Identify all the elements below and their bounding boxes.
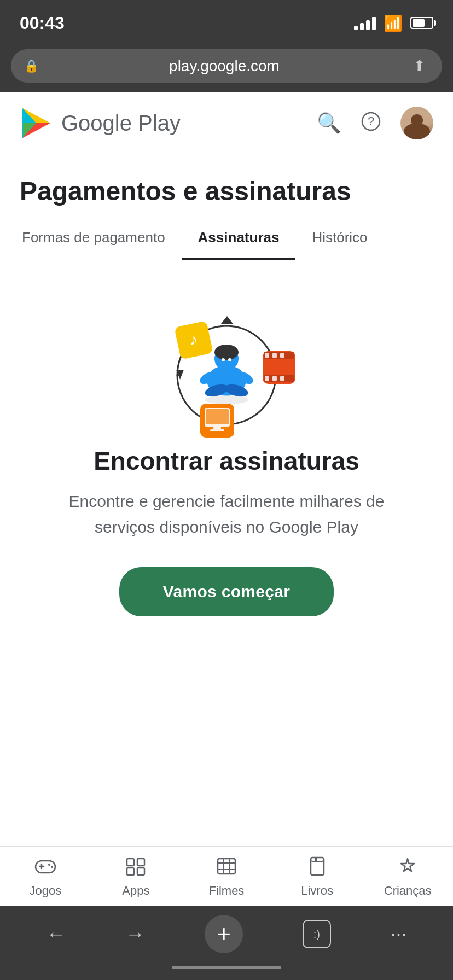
- illustration-description: Encontre e gerencie facilmente milhares …: [51, 489, 402, 540]
- bottom-navigation: Jogos Apps Filmes: [0, 846, 453, 906]
- status-icons: 📶: [354, 14, 433, 32]
- battery-icon: [410, 17, 433, 29]
- browser-bottom-bar: ← → + :) ···: [0, 906, 453, 960]
- tab-formas-pagamento[interactable]: Formas de pagamento: [5, 217, 182, 260]
- nav-item-apps[interactable]: Apps: [91, 856, 182, 898]
- svg-rect-25: [210, 429, 224, 431]
- tabs-row: Formas de pagamento Assinaturas Históric…: [0, 217, 453, 260]
- svg-rect-20: [280, 376, 284, 381]
- svg-rect-14: [265, 353, 269, 358]
- page-title: Pagamentos e assinaturas: [20, 176, 433, 206]
- google-play-header: Google Play 🔍 ?: [0, 92, 453, 154]
- google-play-logo: Google Play: [20, 107, 317, 139]
- nav-jogos-label: Jogos: [29, 884, 61, 898]
- avatar-button[interactable]: [400, 107, 433, 139]
- start-button[interactable]: Vamos começar: [119, 567, 334, 616]
- help-button[interactable]: ?: [361, 112, 381, 135]
- svg-point-40: [51, 866, 53, 868]
- browser-forward-button[interactable]: →: [125, 923, 145, 946]
- nav-item-jogos[interactable]: Jogos: [0, 856, 91, 898]
- home-bar: [172, 966, 281, 969]
- browser-bar: 🔒 play.google.com ⬆: [0, 44, 453, 92]
- illustration-heading: Encontrar assinaturas: [94, 446, 359, 476]
- wifi-icon: 📶: [384, 14, 403, 32]
- svg-rect-24: [213, 427, 221, 429]
- nav-filmes-label: Filmes: [209, 884, 245, 898]
- url-bar[interactable]: 🔒 play.google.com ⬆: [11, 49, 442, 83]
- url-text: play.google.com: [44, 57, 404, 75]
- criancas-icon: [397, 856, 419, 879]
- lock-icon: 🔒: [24, 59, 39, 73]
- svg-rect-43: [127, 868, 134, 875]
- svg-point-39: [48, 864, 50, 866]
- svg-rect-23: [206, 409, 229, 424]
- page-title-section: Pagamentos e assinaturas: [0, 154, 453, 217]
- svg-rect-19: [272, 376, 277, 381]
- svg-rect-42: [137, 859, 144, 866]
- browser-back-button[interactable]: ←: [46, 923, 66, 946]
- google-play-title: Google Play: [61, 111, 181, 136]
- home-indicator: [0, 960, 453, 980]
- nav-livros-label: Livros: [301, 884, 333, 898]
- user-avatar: [400, 107, 433, 139]
- filmes-icon: [216, 856, 237, 879]
- illustration-section: ♪: [0, 260, 453, 638]
- svg-point-33: [222, 358, 225, 361]
- new-tab-button[interactable]: +: [205, 915, 243, 953]
- apps-icon: [125, 856, 147, 879]
- status-bar: 00:43 📶: [0, 0, 453, 44]
- tabs-switcher-button[interactable]: :): [303, 920, 331, 948]
- jogos-icon: [34, 856, 56, 879]
- nav-item-criancas[interactable]: Crianças: [362, 856, 453, 898]
- livros-icon: [306, 856, 328, 879]
- nav-criancas-label: Crianças: [384, 884, 432, 898]
- share-button[interactable]: ⬆: [410, 57, 429, 75]
- tab-historico[interactable]: Histórico: [295, 217, 384, 260]
- svg-rect-44: [137, 868, 144, 875]
- svg-text:?: ?: [368, 114, 374, 128]
- status-time: 00:43: [20, 13, 65, 33]
- svg-rect-15: [272, 353, 277, 358]
- header-action-icons: 🔍 ?: [317, 107, 433, 139]
- svg-rect-51: [315, 858, 317, 862]
- nav-item-filmes[interactable]: Filmes: [181, 856, 272, 898]
- svg-point-35: [205, 395, 248, 404]
- tab-assinaturas[interactable]: Assinaturas: [182, 217, 296, 260]
- svg-rect-18: [265, 376, 269, 381]
- svg-rect-45: [218, 859, 235, 874]
- page-content: Pagamentos e assinaturas Formas de pagam…: [0, 154, 453, 846]
- play-logo-icon: [20, 107, 53, 139]
- signal-icon: [354, 16, 376, 30]
- svg-marker-9: [221, 316, 233, 324]
- svg-rect-16: [280, 353, 284, 358]
- search-button[interactable]: 🔍: [317, 113, 341, 133]
- svg-rect-41: [127, 859, 134, 866]
- nav-item-livros[interactable]: Livros: [272, 856, 363, 898]
- svg-point-34: [228, 358, 231, 361]
- browser-more-button[interactable]: ···: [391, 923, 407, 946]
- nav-apps-label: Apps: [122, 884, 149, 898]
- subscription-illustration: ♪: [144, 293, 309, 446]
- svg-text:♪: ♪: [190, 330, 198, 348]
- svg-point-27: [214, 345, 239, 360]
